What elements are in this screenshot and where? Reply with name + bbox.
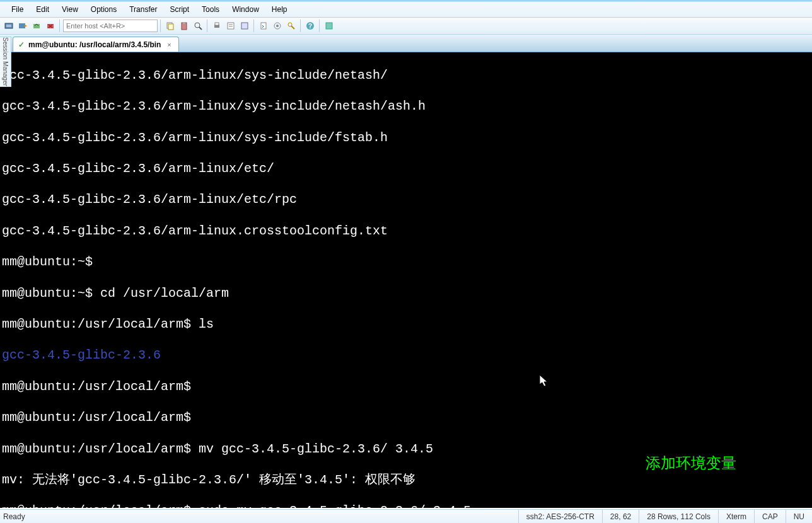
- quick-connect-icon[interactable]: [16, 20, 29, 32]
- terminal-line: gcc-3.4.5-glibc-2.3.6/arm-linux/etc/: [2, 161, 812, 177]
- menu-file[interactable]: File: [5, 3, 30, 16]
- tab-title: mm@ubuntu: /usr/local/arm/3.4.5/bin: [28, 40, 161, 49]
- svg-line-13: [199, 27, 202, 30]
- print-icon[interactable]: [211, 20, 223, 32]
- svg-point-12: [195, 23, 200, 28]
- svg-rect-16: [228, 23, 234, 29]
- svg-line-23: [291, 26, 294, 29]
- terminal-line: gcc-3.4.5-glibc-2.3.6/arm-linux/etc/rpc: [2, 192, 812, 208]
- terminal-line: mm@ubuntu:/usr/local/arm$: [2, 410, 812, 426]
- status-caps: CAP: [754, 510, 786, 523]
- script-icon[interactable]: [257, 20, 270, 32]
- menu-options[interactable]: Options: [84, 3, 123, 16]
- window-icon[interactable]: [323, 20, 335, 32]
- menu-transfer[interactable]: Transfer: [123, 3, 163, 16]
- toolbar-separator: [300, 20, 301, 32]
- svg-rect-20: [261, 23, 266, 29]
- statusbar: Ready ssh2: AES-256-CTR 28, 62 28 Rows, …: [0, 509, 812, 523]
- menu-script[interactable]: Script: [163, 3, 195, 16]
- svg-rect-19: [241, 23, 248, 29]
- svg-text:?: ?: [308, 23, 312, 30]
- status-num: NU: [786, 510, 812, 523]
- svg-rect-11: [183, 22, 185, 24]
- connect-icon[interactable]: [3, 20, 15, 32]
- menubar: File Edit View Options Transfer Script T…: [0, 2, 812, 18]
- menu-tools[interactable]: Tools: [195, 3, 226, 16]
- find-icon[interactable]: [192, 20, 204, 32]
- reconnect-icon[interactable]: [30, 20, 43, 32]
- toolbar: ?: [0, 18, 812, 35]
- session-manager-tab[interactable]: Session Manager: [0, 37, 11, 87]
- properties-icon[interactable]: [224, 20, 237, 32]
- svg-point-21: [276, 25, 279, 27]
- svg-rect-4: [33, 24, 40, 28]
- terminal-line: mm@ubuntu:~$: [2, 255, 812, 270]
- toolbar-separator: [253, 20, 255, 32]
- tab-connected-icon: ✓: [18, 40, 25, 49]
- svg-rect-1: [6, 25, 11, 27]
- status-ready: Ready: [0, 512, 518, 521]
- terminal-line: gcc-3.4.5-glibc-2.3.6/arm-linux/sys-incl…: [2, 130, 812, 146]
- terminal-line: mv: 无法将'gcc-3.4.5-glibc-2.3.6/' 移动至'3.4.…: [2, 473, 812, 488]
- terminal[interactable]: gcc-3.4.5-glibc-2.3.6/arm-linux/sys-incl…: [0, 52, 812, 508]
- terminal-line: gcc-3.4.5-glibc-2.3.6: [2, 348, 812, 364]
- session-tab[interactable]: ✓ mm@ubuntu: /usr/local/arm/3.4.5/bin ×: [13, 37, 179, 52]
- toolbar-separator: [160, 20, 161, 32]
- terminal-line: mm@ubuntu:/usr/local/arm$ sudo mv gcc-3.…: [2, 503, 812, 508]
- toolbar-separator: [207, 20, 208, 32]
- terminal-line: gcc-3.4.5-glibc-2.3.6/arm-linux/sys-incl…: [2, 99, 812, 115]
- annotation-text: 添加环境变量: [646, 456, 736, 471]
- tools-icon[interactable]: [271, 20, 284, 32]
- menu-edit[interactable]: Edit: [30, 3, 55, 16]
- session-options-icon[interactable]: [238, 20, 251, 32]
- status-size: 28 Rows, 112 Cols: [639, 510, 718, 523]
- toolbar-separator: [319, 20, 320, 32]
- terminal-line: gcc-3.4.5-glibc-2.3.6/arm-linux/sys-incl…: [2, 68, 812, 84]
- tabbar: ✓ mm@ubuntu: /usr/local/arm/3.4.5/bin ×: [0, 35, 812, 52]
- disconnect-icon[interactable]: [44, 20, 57, 32]
- svg-rect-26: [326, 23, 332, 29]
- status-ssh: ssh2: AES-256-CTR: [518, 510, 602, 523]
- tab-close-icon[interactable]: ×: [165, 40, 173, 49]
- terminal-line: gcc-3.4.5-glibc-2.3.6/arm-linux.crosstoo…: [2, 224, 812, 239]
- menu-window[interactable]: Window: [226, 3, 265, 16]
- paste-icon[interactable]: [178, 20, 190, 32]
- status-termtype: Xterm: [718, 510, 754, 523]
- key-icon[interactable]: [285, 20, 298, 32]
- toolbar-separator: [59, 20, 61, 32]
- terminal-line: mm@ubuntu:/usr/local/arm$ ls: [2, 317, 812, 333]
- terminal-line: mm@ubuntu:~$ cd /usr/local/arm: [2, 286, 812, 302]
- copy-icon[interactable]: [164, 20, 177, 32]
- status-position: 28, 62: [602, 510, 639, 523]
- svg-rect-15: [215, 23, 219, 25]
- host-input[interactable]: [63, 20, 158, 32]
- menu-help[interactable]: Help: [265, 3, 294, 16]
- terminal-line: mm@ubuntu:/usr/local/arm$: [2, 379, 812, 395]
- svg-rect-9: [168, 24, 173, 30]
- menu-view[interactable]: View: [55, 3, 84, 16]
- help-icon[interactable]: ?: [304, 20, 316, 32]
- svg-rect-2: [19, 23, 25, 28]
- svg-marker-3: [25, 25, 27, 27]
